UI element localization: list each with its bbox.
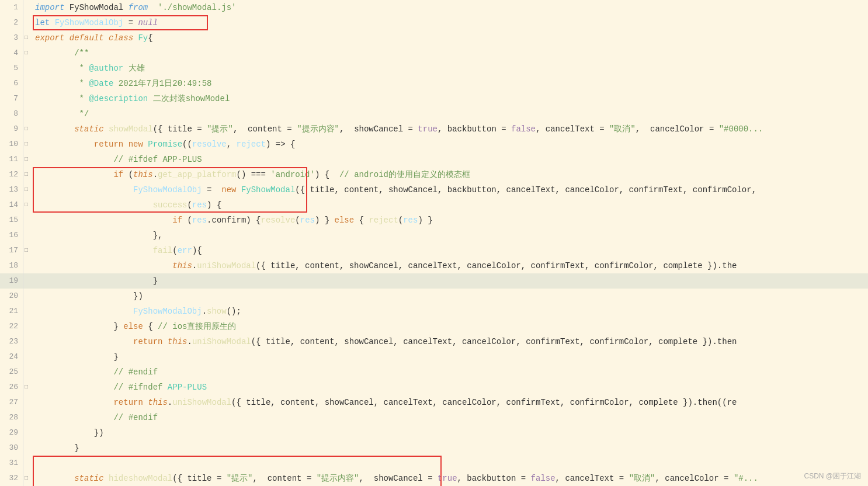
line-number: 10 [0,137,23,152]
fold-icon [23,15,33,30]
line-number: 17 [0,243,23,258]
code-row: 12□ if (this.get_app_platform() === 'and… [0,167,868,182]
code-line-content: */ [33,106,868,122]
code-row: 10□ return new Promise((resolve, reject)… [0,137,868,152]
code-row: 31 [0,456,868,471]
code-line-content: } else { // ios直接用原生的 [33,319,868,334]
code-line-content: return this.uniShowModal({ title, conten… [33,334,868,349]
code-line-content: static hideshowModal({ title = "提示", con… [33,471,868,486]
code-row: 24 } [0,349,868,364]
code-row: 29 }) [0,425,868,440]
code-line-content: this.uniShowModal({ title, content, show… [33,258,868,273]
code-line-content: // #endif [33,364,868,380]
code-line-content: let FyShowModalObj = null [33,15,868,30]
line-number: 6 [0,76,23,91]
fold-icon[interactable]: □ [23,122,33,137]
code-line-content: static showModal({ title = "提示", content… [33,122,868,137]
code-line-content: }) [33,289,868,304]
code-row: 32□ static hideshowModal({ title = "提示",… [0,471,868,486]
fold-icon [23,258,33,273]
code-line-content: return new Promise((resolve, reject) => … [33,137,868,152]
fold-icon [23,425,33,440]
code-line-content: success(res) { [33,197,868,213]
watermark: CSDN @困于江湖 [804,471,861,481]
code-line-content: // #ifdef APP-PLUS [33,152,868,167]
code-line-content: export default class Fy{ [33,30,868,46]
fold-icon[interactable]: □ [23,471,33,486]
line-number: 25 [0,364,23,380]
fold-icon [23,61,33,76]
line-number: 1 [0,0,23,15]
code-row: 5 * @author 大雄 [0,61,868,76]
code-row: 8 */ [0,106,868,122]
fold-icon[interactable]: □ [23,197,33,213]
line-number: 23 [0,334,23,349]
code-row: 11□ // #ifdef APP-PLUS [0,152,868,167]
code-row: 15 if (res.confirm) {resolve(res) } else… [0,213,868,228]
line-number: 21 [0,304,23,319]
code-lines: 1 import FyShowModal from './showModal.j… [0,0,868,486]
code-row: 1 import FyShowModal from './showModal.j… [0,0,868,15]
line-number: 19 [0,273,23,289]
line-number: 24 [0,349,23,364]
fold-icon[interactable]: □ [23,380,33,395]
code-line-content: FyShowModalObj = new FyShowModal({ title… [33,182,868,197]
code-line-content: }, [33,228,868,243]
code-row: 27 return this.uniShowModal({ title, con… [0,395,868,410]
code-row: 22 } else { // ios直接用原生的 [0,319,868,334]
code-line-content: return this.uniShowModal({ title, conten… [33,395,868,410]
code-row: 13□ FyShowModalObj = new FyShowModal({ t… [0,182,868,197]
line-number: 2 [0,15,23,30]
line-number: 30 [0,440,23,456]
fold-icon [23,273,33,289]
code-row: 3□export default class Fy{ [0,30,868,46]
line-number: 5 [0,61,23,76]
code-line-content: } [33,273,868,289]
line-number: 12 [0,167,23,182]
line-number: 32 [0,471,23,486]
code-line-content: if (res.confirm) {resolve(res) } else { … [33,213,868,228]
code-line-content: if (this.get_app_platform() === 'android… [33,167,868,182]
fold-icon [23,304,33,319]
fold-icon [23,213,33,228]
code-line-content: } [33,440,868,456]
code-line-content: }) [33,425,868,440]
code-line-content: import FyShowModal from './showModal.js' [33,0,868,15]
fold-icon [23,349,33,364]
code-line-content [33,456,868,471]
fold-icon[interactable]: □ [23,243,33,258]
code-line-content: * @description 二次封装showModel [33,91,868,106]
code-row: 14□ success(res) { [0,197,868,213]
code-row: 7 * @description 二次封装showModel [0,91,868,106]
fold-icon[interactable]: □ [23,152,33,167]
line-number: 13 [0,182,23,197]
line-number: 22 [0,319,23,334]
fold-icon [23,364,33,380]
fold-icon[interactable]: □ [23,167,33,182]
line-number: 11 [0,152,23,167]
code-row: 26□ // #ifndef APP-PLUS [0,380,868,395]
fold-icon [23,410,33,425]
fold-icon [23,289,33,304]
fold-icon [23,456,33,471]
line-number: 28 [0,410,23,425]
code-row: 9□ static showModal({ title = "提示", cont… [0,122,868,137]
code-line-content: // #endif [33,410,868,425]
fold-icon[interactable]: □ [23,137,33,152]
code-row: 2 let FyShowModalObj = null [0,15,868,30]
line-number: 4 [0,46,23,61]
fold-icon [23,319,33,334]
line-number: 3 [0,30,23,46]
code-row: 4□ /** [0,46,868,61]
fold-icon [23,395,33,410]
code-row: 17□ fail(err){ [0,243,868,258]
fold-icon [23,106,33,122]
line-number: 14 [0,197,23,213]
code-row: 28 // #endif [0,410,868,425]
fold-icon [23,440,33,456]
line-number: 7 [0,91,23,106]
fold-icon[interactable]: □ [23,30,33,46]
fold-icon[interactable]: □ [23,182,33,197]
line-number: 29 [0,425,23,440]
fold-icon[interactable]: □ [23,46,33,61]
